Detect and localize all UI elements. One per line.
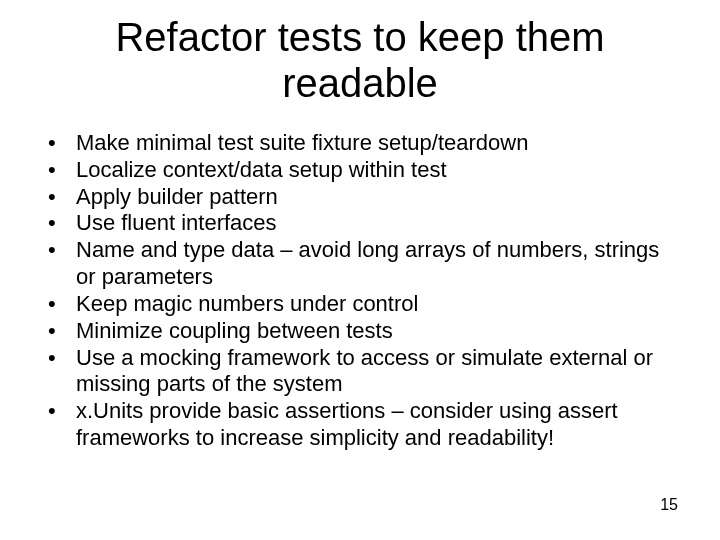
list-item: •Keep magic numbers under control bbox=[46, 291, 680, 318]
bullet-icon: • bbox=[48, 184, 56, 211]
bullet-icon: • bbox=[48, 345, 56, 372]
list-item-text: Localize context/data setup within test bbox=[76, 157, 447, 182]
bullet-icon: • bbox=[48, 291, 56, 318]
bullet-icon: • bbox=[48, 318, 56, 345]
bullet-list: •Make minimal test suite fixture setup/t… bbox=[40, 130, 680, 452]
list-item: •Use fluent interfaces bbox=[46, 210, 680, 237]
bullet-icon: • bbox=[48, 130, 56, 157]
list-item-text: x.Units provide basic assertions – consi… bbox=[76, 398, 618, 450]
list-item-text: Apply builder pattern bbox=[76, 184, 278, 209]
bullet-icon: • bbox=[48, 398, 56, 425]
list-item: •Name and type data – avoid long arrays … bbox=[46, 237, 680, 291]
list-item: •x.Units provide basic assertions – cons… bbox=[46, 398, 680, 452]
list-item-text: Make minimal test suite fixture setup/te… bbox=[76, 130, 528, 155]
slide-title: Refactor tests to keep them readable bbox=[60, 14, 660, 106]
list-item-text: Use fluent interfaces bbox=[76, 210, 277, 235]
bullet-icon: • bbox=[48, 157, 56, 184]
list-item: •Use a mocking framework to access or si… bbox=[46, 345, 680, 399]
list-item: •Localize context/data setup within test bbox=[46, 157, 680, 184]
bullet-icon: • bbox=[48, 237, 56, 264]
list-item-text: Keep magic numbers under control bbox=[76, 291, 418, 316]
list-item-text: Name and type data – avoid long arrays o… bbox=[76, 237, 659, 289]
list-item: •Minimize coupling between tests bbox=[46, 318, 680, 345]
list-item: •Make minimal test suite fixture setup/t… bbox=[46, 130, 680, 157]
list-item-text: Minimize coupling between tests bbox=[76, 318, 393, 343]
list-item: •Apply builder pattern bbox=[46, 184, 680, 211]
page-number: 15 bbox=[660, 496, 678, 514]
slide: Refactor tests to keep them readable •Ma… bbox=[0, 0, 720, 540]
bullet-icon: • bbox=[48, 210, 56, 237]
list-item-text: Use a mocking framework to access or sim… bbox=[76, 345, 653, 397]
